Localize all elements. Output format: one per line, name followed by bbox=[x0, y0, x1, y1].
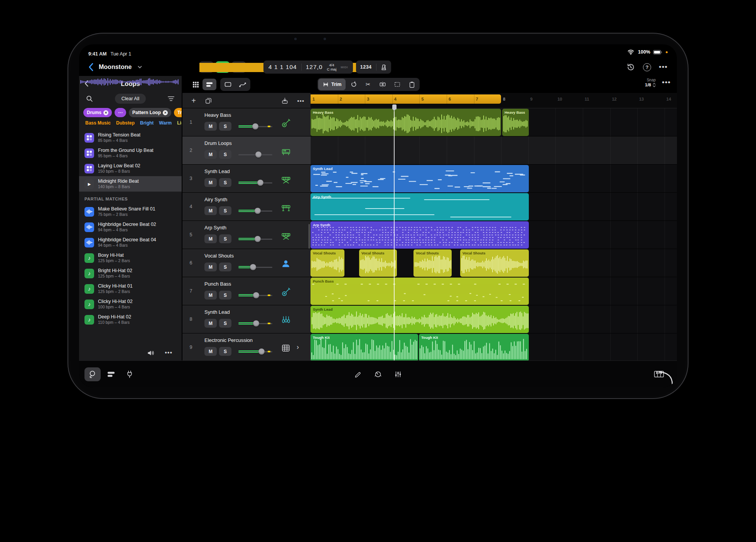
region[interactable]: Tough Kit bbox=[310, 334, 418, 360]
divide-tool-button[interactable] bbox=[376, 79, 390, 90]
mute-button[interactable]: M bbox=[204, 319, 217, 328]
metronome-button[interactable] bbox=[376, 64, 391, 71]
loop-item[interactable]: Rising Tension Beat85 bpm – 4 Bars bbox=[79, 130, 182, 145]
add-track-button[interactable]: + bbox=[189, 96, 198, 105]
count-in-button[interactable]: 1234 bbox=[356, 64, 376, 70]
loop-tool-button[interactable] bbox=[346, 79, 360, 90]
volume-slider[interactable] bbox=[238, 320, 272, 327]
region[interactable]: Heavy Bass bbox=[502, 109, 529, 136]
region-inspector-button[interactable] bbox=[221, 79, 235, 90]
cycle-region[interactable]: 1234567 bbox=[310, 94, 501, 104]
mute-button[interactable]: M bbox=[204, 347, 217, 356]
volume-slider[interactable] bbox=[238, 348, 272, 355]
filter-tag[interactable]: Drums✕ bbox=[83, 108, 112, 117]
mute-button[interactable]: M bbox=[204, 206, 217, 215]
solo-button[interactable]: S bbox=[219, 206, 231, 215]
solo-button[interactable]: S bbox=[219, 122, 231, 131]
loop-item[interactable]: Make Believe Snare Fill 0175 bpm – 2 Bar… bbox=[79, 204, 182, 219]
solo-button[interactable]: S bbox=[219, 291, 231, 300]
region[interactable]: Heavy Bass bbox=[310, 109, 501, 136]
keyword-chip[interactable]: Bass Music bbox=[85, 120, 111, 130]
track-header[interactable]: 2Drum LoopsMS bbox=[182, 136, 310, 165]
region[interactable]: Vocal Shouts bbox=[359, 249, 397, 277]
region[interactable]: Synth Lead bbox=[310, 306, 529, 333]
track-header[interactable]: 6Vocal ShoutsMS bbox=[182, 249, 310, 277]
track-lane[interactable]: Arp Synth bbox=[310, 221, 677, 249]
loop-item[interactable]: Highbridge Decree Beat 0294 bpm – 4 Bars bbox=[79, 219, 182, 235]
loop-item[interactable]: ♪Boxy Hi-Hat125 bpm – 2 Bars bbox=[79, 250, 182, 266]
loop-item[interactable]: ♪Bright Hi-Hat 02125 bpm – 4 Bars bbox=[79, 266, 182, 281]
solo-button[interactable]: S bbox=[219, 347, 231, 356]
clear-all-button[interactable]: Clear All bbox=[115, 94, 146, 104]
region[interactable]: Punch Bass bbox=[310, 278, 529, 305]
track-header[interactable]: 3Synth LeadMS bbox=[182, 165, 310, 193]
slider-knob[interactable] bbox=[252, 123, 258, 130]
project-title[interactable]: Moonstone bbox=[99, 64, 132, 71]
scrollbar[interactable] bbox=[309, 224, 310, 249]
mixer-button[interactable] bbox=[103, 367, 119, 381]
region[interactable]: Vocal Shouts bbox=[310, 249, 344, 277]
loop-item[interactable]: Laying Low Beat 02150 bpm – 8 Bars bbox=[79, 161, 182, 176]
filter-tag[interactable]: ⋯ bbox=[115, 108, 126, 117]
import-track-button[interactable] bbox=[280, 96, 289, 105]
track-lane[interactable]: Synth Lead bbox=[310, 165, 677, 193]
automation-button[interactable] bbox=[236, 79, 250, 90]
duplicate-track-button[interactable] bbox=[204, 96, 213, 105]
solo-button[interactable]: S bbox=[219, 234, 231, 243]
volume-slider[interactable] bbox=[238, 123, 272, 130]
snap-control[interactable]: Snap 1/8 bbox=[645, 78, 656, 88]
volume-slider[interactable] bbox=[238, 235, 272, 243]
slider-knob[interactable] bbox=[250, 264, 256, 270]
loop-options-button[interactable]: ••• bbox=[165, 349, 172, 356]
project-menu-chevron-icon[interactable] bbox=[135, 62, 144, 72]
loop-browser-button[interactable] bbox=[84, 367, 101, 381]
slider-knob[interactable] bbox=[255, 236, 261, 242]
track-header[interactable]: 4Airy SynthMS bbox=[182, 193, 310, 221]
region[interactable]: Tough Kit bbox=[419, 334, 529, 360]
plugins-button[interactable] bbox=[122, 367, 138, 381]
region[interactable]: Vocal Shouts bbox=[413, 249, 452, 277]
mute-button[interactable]: M bbox=[204, 263, 217, 271]
filter-tag[interactable]: Trap✕ bbox=[174, 108, 182, 117]
help-button[interactable]: ? bbox=[643, 63, 651, 71]
remove-tag-icon[interactable]: ✕ bbox=[103, 110, 108, 115]
track-list-more-button[interactable]: ••• bbox=[297, 96, 305, 105]
loop-item[interactable]: Highbridge Decree Beat 0494 bpm – 4 Bars bbox=[79, 235, 182, 250]
solo-button[interactable]: S bbox=[219, 319, 231, 328]
loop-item[interactable]: ▶Midnight Ride Beat140 bpm – 8 Bars bbox=[79, 176, 182, 192]
back-chevron-icon[interactable] bbox=[86, 62, 95, 72]
volume-slider[interactable] bbox=[238, 179, 272, 187]
paste-tool-button[interactable] bbox=[405, 79, 419, 90]
solo-button[interactable]: S bbox=[219, 263, 231, 271]
track-lane[interactable]: Airy Synth bbox=[310, 193, 677, 221]
speaker-icon[interactable] bbox=[146, 348, 155, 357]
volume-slider[interactable] bbox=[238, 263, 272, 271]
loop-item[interactable]: ♪Deep Hi-Hat 02110 bpm – 4 Bars bbox=[79, 312, 182, 327]
track-lane[interactable]: Synth Lead bbox=[310, 305, 677, 333]
split-tool-button[interactable]: ✂ bbox=[361, 79, 375, 90]
slider-knob[interactable] bbox=[255, 208, 261, 214]
region[interactable]: Vocal Shouts bbox=[460, 249, 529, 277]
volume-slider[interactable] bbox=[238, 207, 272, 215]
region[interactable]: Synth Lead bbox=[310, 165, 529, 192]
keyword-chip[interactable]: Warm bbox=[159, 120, 172, 130]
marquee-tool-button[interactable] bbox=[390, 79, 404, 90]
slider-knob[interactable] bbox=[257, 180, 263, 186]
solo-button[interactable]: S bbox=[219, 178, 231, 187]
track-area-more-button[interactable]: ••• bbox=[662, 78, 671, 87]
track-lane[interactable]: Heavy BassHeavy Bass bbox=[310, 108, 677, 136]
track-header[interactable]: 1Heavy BassMS bbox=[182, 108, 310, 136]
edit-mode-button[interactable] bbox=[350, 367, 366, 381]
smart-controls-button[interactable] bbox=[370, 367, 386, 381]
more-options-button[interactable]: ••• bbox=[659, 63, 668, 71]
volume-slider[interactable] bbox=[238, 291, 272, 299]
mute-button[interactable]: M bbox=[204, 291, 217, 300]
keyword-chip[interactable]: Light bbox=[177, 120, 182, 130]
mute-button[interactable]: M bbox=[204, 122, 217, 131]
loop-item[interactable]: ♪Clicky Hi-Hat 02100 bpm – 4 Bars bbox=[79, 296, 182, 312]
track-header[interactable]: 5Arp SynthMS bbox=[182, 221, 310, 249]
search-icon[interactable] bbox=[85, 94, 94, 103]
tracks-view-button[interactable] bbox=[202, 79, 216, 90]
filter-tag[interactable]: Pattern Loop✕ bbox=[129, 108, 171, 117]
mute-button[interactable]: M bbox=[204, 150, 217, 159]
